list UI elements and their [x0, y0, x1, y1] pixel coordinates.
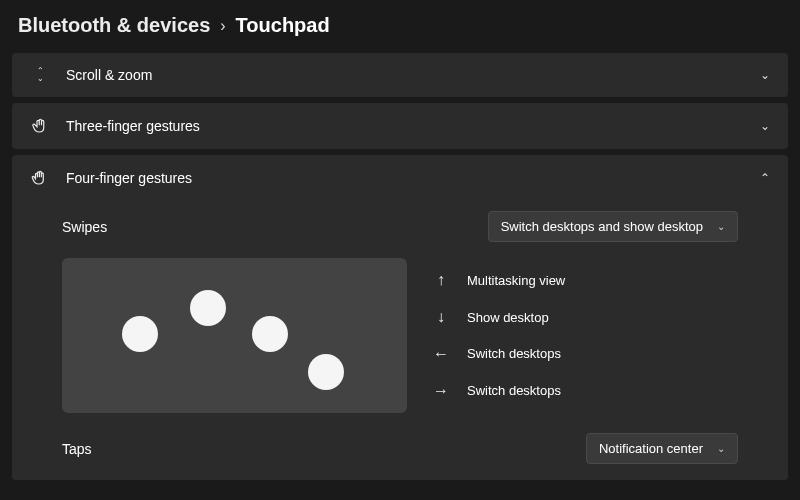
arrow-up-icon: ↑: [433, 271, 449, 289]
finger-dot: [308, 354, 344, 390]
gesture-preview: [62, 258, 407, 413]
finger-dot: [122, 316, 158, 352]
arrow-right-icon: →: [433, 382, 449, 400]
gesture-left: ← Switch desktops: [433, 345, 565, 363]
gesture-right: → Switch desktops: [433, 382, 565, 400]
panel-header-four-finger[interactable]: Four-finger gestures ⌃: [12, 155, 788, 201]
panel-three-finger: Three-finger gestures ⌄: [12, 103, 788, 149]
hand-icon: [30, 169, 50, 187]
panel-header-three-finger[interactable]: Three-finger gestures ⌄: [12, 103, 788, 149]
gesture-down: ↓ Show desktop: [433, 308, 565, 326]
panel-label: Scroll & zoom: [66, 67, 744, 83]
gesture-label: Show desktop: [467, 310, 549, 325]
row-taps: Taps Notification center ⌄: [30, 423, 770, 468]
swipes-dropdown[interactable]: Switch desktops and show desktop ⌄: [488, 211, 738, 242]
arrow-down-icon: ↓: [433, 308, 449, 326]
breadcrumb-parent[interactable]: Bluetooth & devices: [18, 14, 210, 37]
panel-four-finger: Four-finger gestures ⌃ Swipes Switch des…: [12, 155, 788, 480]
gesture-label: Switch desktops: [467, 383, 561, 398]
panel-label: Three-finger gestures: [66, 118, 744, 134]
arrow-left-icon: ←: [433, 345, 449, 363]
chevron-up-icon: ⌃: [760, 171, 770, 185]
gesture-label: Multitasking view: [467, 273, 565, 288]
page-title: Touchpad: [236, 14, 330, 37]
chevron-down-icon: ⌄: [760, 119, 770, 133]
chevron-down-icon: ⌄: [717, 221, 725, 232]
finger-dot: [252, 316, 288, 352]
scroll-zoom-icon: ⌃⌄: [30, 68, 50, 82]
gesture-label: Switch desktops: [467, 346, 561, 361]
panel-header-scroll-zoom[interactable]: ⌃⌄ Scroll & zoom ⌄: [12, 53, 788, 97]
panel-scroll-zoom: ⌃⌄ Scroll & zoom ⌄: [12, 53, 788, 97]
chevron-down-icon: ⌄: [717, 443, 725, 454]
breadcrumb: Bluetooth & devices › Touchpad: [0, 0, 800, 47]
panel-label: Four-finger gestures: [66, 170, 744, 186]
taps-dropdown[interactable]: Notification center ⌄: [586, 433, 738, 464]
chevron-right-icon: ›: [220, 17, 225, 35]
row-swipes: Swipes Switch desktops and show desktop …: [30, 201, 770, 252]
taps-label: Taps: [62, 441, 586, 457]
chevron-down-icon: ⌄: [760, 68, 770, 82]
panel-body-four-finger: Swipes Switch desktops and show desktop …: [12, 201, 788, 480]
finger-dot: [190, 290, 226, 326]
gesture-up: ↑ Multitasking view: [433, 271, 565, 289]
gesture-list: ↑ Multitasking view ↓ Show desktop ← Swi…: [433, 258, 565, 413]
gesture-area: ↑ Multitasking view ↓ Show desktop ← Swi…: [30, 252, 770, 423]
swipes-dropdown-value: Switch desktops and show desktop: [501, 219, 703, 234]
taps-dropdown-value: Notification center: [599, 441, 703, 456]
hand-icon: [30, 117, 50, 135]
swipes-label: Swipes: [62, 219, 488, 235]
